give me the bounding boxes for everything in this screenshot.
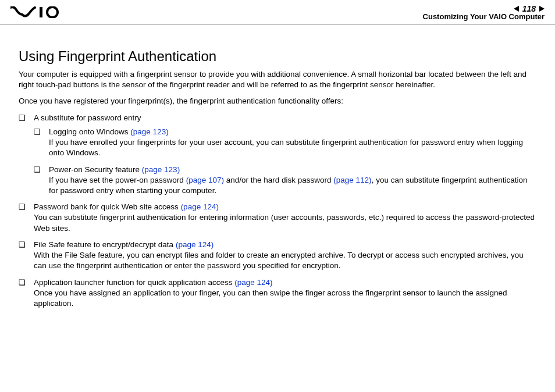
item-lead: Power-on Security feature: [49, 165, 142, 174]
page-content: Using Fingerprint Authentication Your co…: [0, 25, 555, 309]
prev-page-arrow-icon[interactable]: [514, 6, 519, 12]
item-body: If you have set the power-on password: [49, 176, 186, 184]
item-lead: Logging onto Windows: [49, 127, 130, 136]
feature-list: A substitute for password entry Logging …: [19, 113, 536, 309]
item-lead: File Safe feature to encrypt/decrypt dat…: [34, 240, 176, 249]
item-text: A substitute for password entry: [34, 113, 141, 122]
xref-link[interactable]: (page 124): [181, 202, 219, 211]
feature-sublist: Logging onto Windows (page 123) If you h…: [34, 127, 536, 196]
intro-paragraph-1: Your computer is equipped with a fingerp…: [19, 69, 536, 90]
xref-link[interactable]: (page 124): [234, 278, 272, 287]
xref-link[interactable]: (page 112): [333, 176, 371, 184]
list-item: Logging onto Windows (page 123) If you h…: [34, 127, 536, 159]
item-body: With the File Safe feature, you can encr…: [34, 251, 524, 270]
list-item: File Safe feature to encrypt/decrypt dat…: [19, 240, 536, 272]
svg-rect-0: [40, 7, 42, 17]
svg-point-1: [47, 7, 58, 17]
item-lead: Application launcher function for quick …: [34, 278, 234, 287]
list-item: Password bank for quick Web site access …: [19, 202, 536, 234]
list-item: Application launcher function for quick …: [19, 277, 536, 309]
xref-link[interactable]: (page 123): [130, 127, 168, 136]
page-header: 118 Customizing Your VAIO Computer: [0, 0, 555, 25]
page-title: Using Fingerprint Authentication: [19, 48, 536, 65]
section-title: Customizing Your VAIO Computer: [423, 12, 545, 21]
list-item: A substitute for password entry Logging …: [19, 113, 536, 197]
item-lead: Password bank for quick Web site access: [34, 202, 181, 211]
next-page-arrow-icon[interactable]: [539, 6, 545, 12]
item-body: and/or the hard disk password: [224, 176, 333, 184]
xref-link[interactable]: (page 124): [176, 240, 214, 249]
intro-paragraph-2: Once you have registered your fingerprin…: [19, 96, 536, 106]
header-right: 118 Customizing Your VAIO Computer: [423, 4, 545, 21]
document-page: 118 Customizing Your VAIO Computer Using…: [0, 0, 555, 392]
item-body: Once you have assigned an application to…: [34, 288, 507, 308]
xref-link[interactable]: (page 123): [142, 165, 180, 174]
list-item: Power-on Security feature (page 123) If …: [34, 165, 536, 197]
xref-link[interactable]: (page 107): [186, 176, 224, 184]
item-body: If you have enrolled your fingerprints f…: [49, 138, 523, 157]
item-body: You can substitute fingerprint authentic…: [34, 213, 535, 232]
vaio-logo: [10, 6, 64, 18]
